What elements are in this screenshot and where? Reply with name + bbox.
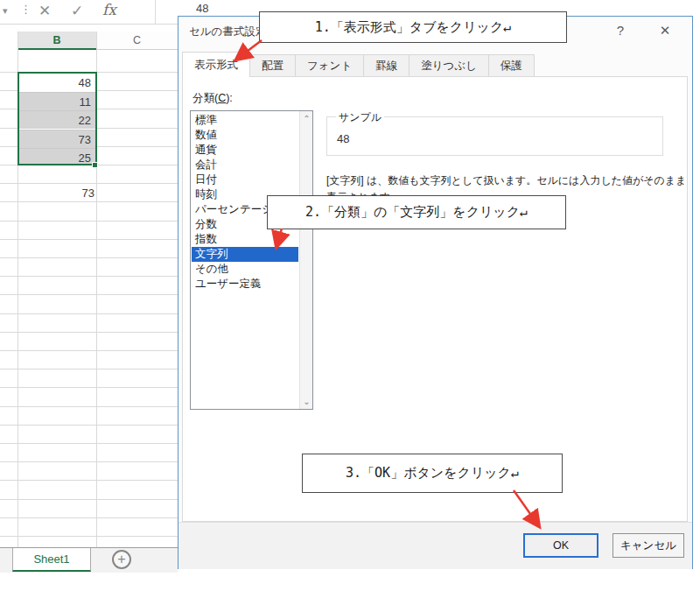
- ok-button[interactable]: OK: [523, 533, 598, 558]
- category-accounting[interactable]: 会計: [192, 158, 298, 172]
- column-header-b[interactable]: B: [18, 32, 96, 50]
- sample-value: 48: [337, 132, 349, 145]
- tab-fill[interactable]: 塗りつぶし: [410, 54, 489, 77]
- category-custom[interactable]: ユーザー定義: [192, 277, 298, 292]
- category-listbox[interactable]: 標準 数値 通貨 会計 日付 時刻 パーセンテージ 分数 指数 文字列 その他 …: [190, 110, 313, 410]
- category-currency[interactable]: 通貨: [192, 143, 298, 158]
- cell-b-22[interactable]: 22: [19, 110, 95, 129]
- tab-font[interactable]: フォント: [296, 54, 364, 77]
- insert-function-icon[interactable]: fx: [102, 1, 116, 18]
- sheet-tab-sheet1[interactable]: Sheet1: [12, 548, 91, 572]
- category-text-selected[interactable]: 文字列: [192, 247, 298, 262]
- dialog-tab-strip: 表示形式 配置 フォント 罫線 塗りつぶし 保護: [182, 53, 535, 77]
- enter-entry-icon[interactable]: ✓: [71, 4, 83, 18]
- excel-window: ▾ ⋮ ✕ ✓ fx 48 B C 48 11 22 73 25 73 Shee…: [0, 0, 700, 591]
- cancel-entry-icon[interactable]: ✕: [38, 4, 51, 18]
- tab-alignment[interactable]: 配置: [250, 54, 296, 77]
- dialog-title: セルの書式設定: [189, 25, 266, 39]
- annotation-callout-1: 1.「表示形式」タブをクリック↵: [259, 11, 567, 43]
- category-label: 分類(C):: [192, 91, 233, 106]
- help-icon[interactable]: ?: [609, 23, 632, 38]
- sheet-tab-bar: Sheet1 +: [0, 547, 178, 573]
- tab-protection[interactable]: 保護: [489, 54, 535, 77]
- cancel-button[interactable]: キャンセル: [612, 533, 684, 558]
- formula-bar-divider: [155, 0, 156, 24]
- cell-b-25[interactable]: 25: [19, 148, 95, 164]
- vertical-dots-icon: ⋮: [20, 4, 32, 15]
- annotation-callout-3: 3.「OK」ボタンをクリック↵: [302, 454, 563, 493]
- cell-b-73[interactable]: 73: [19, 130, 95, 148]
- scroll-up-icon[interactable]: ⌃: [300, 114, 313, 123]
- formula-bar-value[interactable]: 48: [196, 2, 208, 15]
- category-scientific[interactable]: 指数: [192, 232, 298, 247]
- toolbar-divider: [0, 24, 178, 25]
- sample-label: サンプル: [336, 110, 384, 125]
- dialog-footer: OK キャンセル: [178, 523, 692, 569]
- add-sheet-icon[interactable]: +: [112, 550, 131, 569]
- category-number[interactable]: 数値: [192, 128, 298, 143]
- category-date[interactable]: 日付: [192, 172, 298, 187]
- column-header-c[interactable]: C: [96, 32, 178, 50]
- selected-cell-range[interactable]: 48 11 22 73 25: [18, 72, 97, 165]
- category-standard[interactable]: 標準: [192, 113, 298, 128]
- listbox-scrollbar[interactable]: ⌃ ⌄: [299, 111, 312, 409]
- scroll-down-icon[interactable]: ⌄: [300, 397, 313, 406]
- category-special[interactable]: その他: [192, 262, 298, 277]
- tab-number-format[interactable]: 表示形式: [182, 52, 250, 77]
- cell-b-73-below[interactable]: 73: [18, 184, 94, 202]
- annotation-callout-2: 2.「分類」の「文字列」をクリック↵: [267, 195, 566, 229]
- sample-groupbox: サンプル 48: [326, 116, 663, 156]
- cell-b-11[interactable]: 11: [19, 92, 95, 110]
- tab-border[interactable]: 罫線: [364, 54, 410, 77]
- selection-fill-handle[interactable]: [92, 162, 98, 168]
- close-icon[interactable]: ✕: [654, 23, 676, 39]
- namebox-dropdown-icon[interactable]: ▾: [3, 6, 8, 16]
- cell-b-48[interactable]: 48: [19, 74, 95, 92]
